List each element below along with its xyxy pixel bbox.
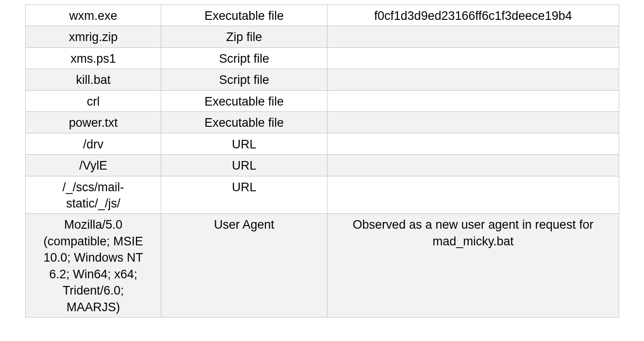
cell-indicator: xms.ps1	[26, 47, 161, 69]
cell-type: URL	[161, 155, 327, 176]
cell-notes	[327, 26, 619, 47]
table-row: wxm.exeExecutable filef0cf1d3d9ed23166ff…	[26, 5, 619, 26]
cell-notes	[327, 133, 619, 154]
table-row: /drvURL	[26, 133, 619, 154]
table-row: Mozilla/5.0 (compatible; MSIE 10.0; Wind…	[26, 214, 619, 318]
cell-indicator: /_/scs/mail-static/_/js/	[26, 176, 161, 214]
cell-indicator: kill.bat	[26, 69, 161, 90]
cell-notes	[327, 69, 619, 90]
table-row: xms.ps1Script file	[26, 47, 619, 69]
cell-type: Executable file	[161, 112, 327, 133]
cell-notes: f0cf1d3d9ed23166ff6c1f3deece19b4	[327, 5, 619, 26]
table-row: /VylEURL	[26, 155, 619, 176]
table-row: /_/scs/mail-static/_/js/URL	[26, 176, 619, 214]
cell-indicator: power.txt	[26, 112, 161, 133]
table-row: power.txtExecutable file	[26, 112, 619, 133]
cell-type: Executable file	[161, 5, 327, 26]
cell-indicator: Mozilla/5.0 (compatible; MSIE 10.0; Wind…	[26, 214, 161, 318]
cell-notes	[327, 176, 619, 214]
table-row: crlExecutable file	[26, 90, 619, 111]
cell-notes	[327, 47, 619, 69]
ioc-table: wxm.exeExecutable filef0cf1d3d9ed23166ff…	[25, 5, 619, 318]
cell-type: Script file	[161, 47, 327, 69]
cell-notes	[327, 112, 619, 133]
cell-indicator: /VylE	[26, 155, 161, 176]
cell-type: User Agent	[161, 214, 327, 318]
table-row: kill.batScript file	[26, 69, 619, 90]
cell-type: Script file	[161, 69, 327, 90]
cell-indicator: /drv	[26, 133, 161, 154]
table-row: xmrig.zipZip file	[26, 26, 619, 47]
cell-notes	[327, 155, 619, 176]
cell-type: Executable file	[161, 90, 327, 111]
cell-indicator: wxm.exe	[26, 5, 161, 26]
cell-type: URL	[161, 133, 327, 154]
cell-notes	[327, 90, 619, 111]
cell-notes: Observed as a new user agent in request …	[327, 214, 619, 318]
cell-indicator: crl	[26, 90, 161, 111]
cell-type: URL	[161, 176, 327, 214]
cell-type: Zip file	[161, 26, 327, 47]
cell-indicator: xmrig.zip	[26, 26, 161, 47]
